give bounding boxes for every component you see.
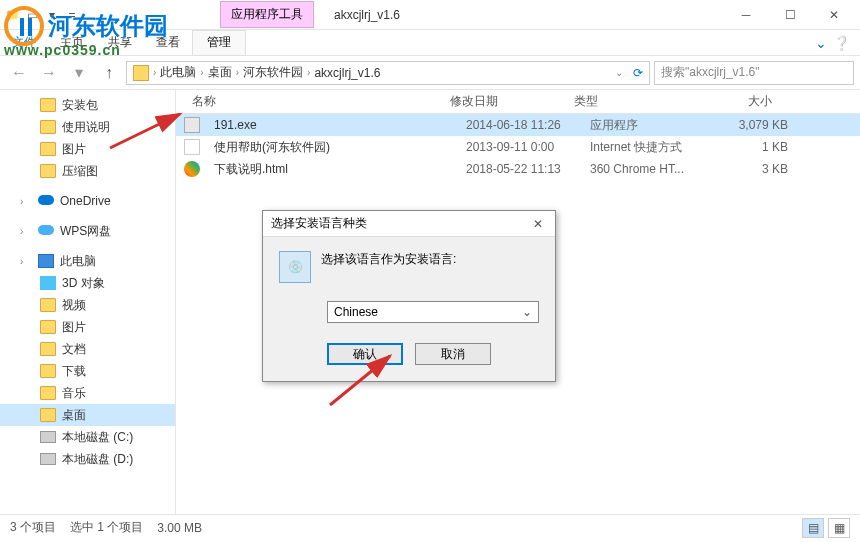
html-icon	[184, 161, 200, 177]
dialog-message: 选择该语言作为安装语言:	[321, 251, 456, 268]
tab-share[interactable]: 共享	[96, 30, 144, 56]
breadcrumb-item[interactable]: akxcjlrj_v1.6	[314, 66, 380, 80]
tree-item[interactable]: 文档	[0, 338, 175, 360]
file-menu[interactable]: 文件	[0, 30, 48, 56]
dialog-close-button[interactable]: ✕	[529, 215, 547, 233]
folder-icon	[40, 98, 56, 112]
tree-item[interactable]: 3D 对象	[0, 272, 175, 294]
nav-back-button[interactable]: ←	[6, 60, 32, 86]
tree-item[interactable]: 图片	[0, 138, 175, 160]
cancel-button[interactable]: 取消	[415, 343, 491, 365]
tree-label: 音乐	[62, 385, 86, 402]
maximize-button[interactable]: ☐	[768, 1, 812, 29]
wps-cloud-icon	[38, 225, 54, 237]
view-icons-button[interactable]: ▦	[828, 518, 850, 538]
expand-icon[interactable]: ›	[20, 226, 32, 237]
status-bar: 3 个项目 选中 1 个项目 3.00 MB ▤ ▦	[0, 514, 860, 540]
tree-label: 桌面	[62, 407, 86, 424]
expand-icon[interactable]: ›	[20, 256, 32, 267]
tree-item[interactable]: 视频	[0, 294, 175, 316]
tree-label: 压缩图	[62, 163, 98, 180]
tree-item[interactable]: 下载	[0, 360, 175, 382]
col-name[interactable]: 名称	[184, 93, 442, 110]
tree-item[interactable]: 桌面	[0, 404, 175, 426]
tree-label: 使用说明	[62, 119, 110, 136]
breadcrumb-item[interactable]: 此电脑	[160, 64, 196, 81]
file-row[interactable]: 使用帮助(河东软件园)2013-09-11 0:00Internet 快捷方式1…	[176, 136, 860, 158]
folder-icon	[40, 342, 56, 356]
folder-icon	[133, 65, 149, 81]
titlebar: 📁 ▭ ▾ = 应用程序工具 akxcjlrj_v1.6 ─ ☐ ✕	[0, 0, 860, 30]
tree-item[interactable]: 音乐	[0, 382, 175, 404]
tree-item[interactable]: 安装包	[0, 94, 175, 116]
tree-item[interactable]: ›OneDrive	[0, 190, 175, 212]
file-date: 2014-06-18 11:26	[458, 118, 582, 132]
language-select[interactable]: Chinese ⌄	[327, 301, 539, 323]
file-row[interactable]: 191.exe2014-06-18 11:26应用程序3,079 KB	[176, 114, 860, 136]
drive-icon	[40, 431, 56, 443]
tree-label: 本地磁盘 (D:)	[62, 451, 133, 468]
ribbon: 文件 主页 共享 查看 管理 ⌄ ❔	[0, 30, 860, 56]
status-selected-count: 选中 1 个项目	[70, 519, 143, 536]
file-type: 应用程序	[582, 117, 716, 134]
col-date[interactable]: 修改日期	[442, 93, 566, 110]
chevron-down-icon: ⌄	[522, 305, 532, 319]
tree-label: 安装包	[62, 97, 98, 114]
tab-view[interactable]: 查看	[144, 30, 192, 56]
folder-icon	[40, 164, 56, 178]
help-icon[interactable]: ❔	[833, 35, 850, 51]
breadcrumb-dropdown[interactable]: ⌄	[615, 67, 623, 78]
file-size: 3 KB	[716, 162, 796, 176]
view-details-button[interactable]: ▤	[802, 518, 824, 538]
tree-label: 本地磁盘 (C:)	[62, 429, 133, 446]
tree-item[interactable]: ›WPS网盘	[0, 220, 175, 242]
tree-label: 视频	[62, 297, 86, 314]
close-button[interactable]: ✕	[812, 1, 856, 29]
status-item-count: 3 个项目	[10, 519, 56, 536]
folder-icon	[40, 320, 56, 334]
col-size[interactable]: 大小	[700, 93, 780, 110]
column-headers[interactable]: 名称 修改日期 类型 大小	[176, 90, 860, 114]
expand-icon[interactable]: ›	[20, 196, 32, 207]
tree-item[interactable]: 使用说明	[0, 116, 175, 138]
tree-label: OneDrive	[60, 194, 111, 208]
file-row[interactable]: 下载说明.html2018-05-22 11:13360 Chrome HT..…	[176, 158, 860, 180]
ribbon-expand-icon[interactable]: ⌄	[815, 35, 827, 51]
qat-copy-icon[interactable]: ▾	[44, 7, 60, 23]
tree-item[interactable]: 本地磁盘 (D:)	[0, 448, 175, 470]
folder-icon	[40, 120, 56, 134]
file-date: 2018-05-22 11:13	[458, 162, 582, 176]
tree-item[interactable]: 本地磁盘 (C:)	[0, 426, 175, 448]
qat-separator: =	[64, 7, 80, 23]
tree-item[interactable]: ›此电脑	[0, 250, 175, 272]
tree-label: WPS网盘	[60, 223, 111, 240]
dialog-titlebar[interactable]: 选择安装语言种类 ✕	[263, 211, 555, 237]
refresh-button[interactable]: ⟳	[633, 66, 643, 80]
nav-up-button[interactable]: ↑	[96, 60, 122, 86]
tab-home[interactable]: 主页	[48, 30, 96, 56]
tree-label: 文档	[62, 341, 86, 358]
minimize-button[interactable]: ─	[724, 1, 768, 29]
navigation-tree[interactable]: 安装包使用说明图片压缩图›OneDrive›WPS网盘›此电脑3D 对象视频图片…	[0, 90, 176, 514]
file-size: 1 KB	[716, 140, 796, 154]
tree-item[interactable]: 图片	[0, 316, 175, 338]
breadcrumb[interactable]: › 此电脑 › 桌面 › 河东软件园 › akxcjlrj_v1.6 ⌄ ⟳	[126, 61, 650, 85]
window-title: akxcjlrj_v1.6	[324, 4, 410, 26]
folder-icon	[40, 142, 56, 156]
tab-manage[interactable]: 管理	[192, 30, 246, 56]
breadcrumb-item[interactable]: 桌面	[208, 64, 232, 81]
3d-objects-icon	[40, 276, 56, 290]
folder-icon	[40, 298, 56, 312]
col-type[interactable]: 类型	[566, 93, 700, 110]
dialog-title: 选择安装语言种类	[271, 215, 367, 232]
qat-properties-icon[interactable]: ▭	[24, 7, 40, 23]
folder-icon	[40, 408, 56, 422]
tree-item[interactable]: 压缩图	[0, 160, 175, 182]
search-input[interactable]: 搜索"akxcjlrj_v1.6"	[654, 61, 854, 85]
ok-button[interactable]: 确认	[327, 343, 403, 365]
pc-icon	[38, 254, 54, 268]
nav-forward-button: →	[36, 60, 62, 86]
nav-recent-dropdown[interactable]: ▾	[66, 60, 92, 86]
breadcrumb-item[interactable]: 河东软件园	[243, 64, 303, 81]
file-name: 使用帮助(河东软件园)	[206, 139, 458, 156]
